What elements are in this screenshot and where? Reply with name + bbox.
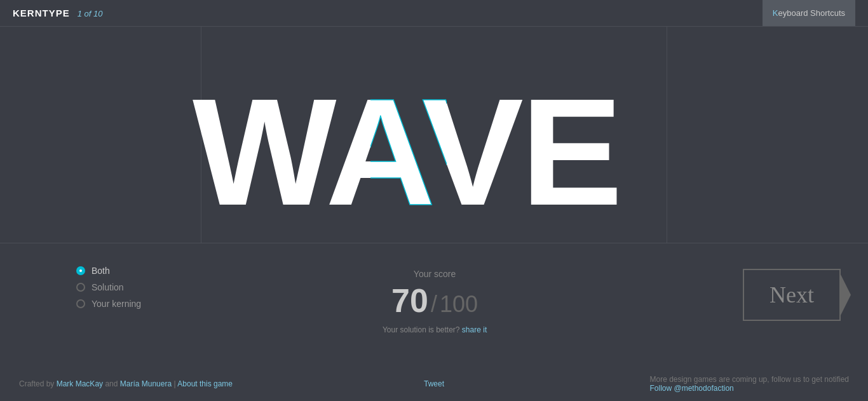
and-text: and bbox=[105, 379, 119, 388]
author2-link[interactable]: María Munuera bbox=[120, 379, 172, 388]
score-value: 70 bbox=[391, 284, 428, 317]
score-max: 100 bbox=[440, 291, 478, 318]
score-note: Your solution is better? share it bbox=[383, 325, 487, 334]
follow-link[interactable]: Follow @methodofaction bbox=[649, 384, 733, 393]
view-toggle: Both Solution Your kerning bbox=[13, 262, 141, 309]
next-button-label: Next bbox=[770, 282, 814, 308]
toggle-both[interactable]: Both bbox=[76, 266, 141, 276]
top-bar: KERNTYPE 1 of 10 Keyboard Shortcuts bbox=[0, 0, 868, 26]
about-link[interactable]: About this game bbox=[177, 379, 233, 388]
toggle-solution-label: Solution bbox=[92, 282, 124, 292]
score-divider-slash: / bbox=[431, 291, 437, 318]
controls-area: Both Solution Your kerning Your score 70… bbox=[0, 243, 868, 367]
footer-left: Crafted by Mark MacKay and María Munuera… bbox=[19, 379, 233, 388]
toggle-your-kerning-label: Your kerning bbox=[92, 299, 141, 309]
crafted-by-text: Crafted by bbox=[19, 379, 54, 388]
wave-display: WAVE WAVE bbox=[0, 27, 868, 243]
toggle-your-kerning[interactable]: Your kerning bbox=[76, 299, 141, 309]
radio-solution-circle bbox=[76, 283, 85, 292]
follow-text: More design games are coming up, follow … bbox=[649, 375, 849, 384]
keyboard-shortcuts-label: eyboard Shortcuts bbox=[778, 8, 845, 18]
toggle-solution[interactable]: Solution bbox=[76, 282, 141, 292]
footer-center: Tweet bbox=[424, 379, 444, 388]
next-button[interactable]: Next bbox=[743, 269, 841, 321]
progress-indicator: 1 of 10 bbox=[78, 9, 103, 18]
score-label: Your score bbox=[414, 269, 456, 279]
score-area: Your score 70 / 100 Your solution is bet… bbox=[141, 262, 728, 334]
share-link[interactable]: share it bbox=[462, 325, 487, 334]
author1-link[interactable]: Mark MacKay bbox=[57, 379, 103, 388]
toggle-both-label: Both bbox=[92, 266, 110, 276]
wave-svg: WAVE WAVE bbox=[186, 46, 682, 224]
footer-right: More design games are coming up, follow … bbox=[649, 375, 849, 393]
keyboard-shortcut-highlight: K bbox=[773, 8, 778, 18]
tweet-link[interactable]: Tweet bbox=[424, 379, 444, 388]
score-display: 70 / 100 bbox=[391, 284, 478, 318]
app-title: KERNTYPE bbox=[13, 8, 70, 18]
next-area: Next bbox=[728, 262, 855, 321]
keyboard-shortcuts-button[interactable]: Keyboard Shortcuts bbox=[763, 0, 855, 26]
radio-both-circle bbox=[76, 266, 85, 275]
main-display: WAVE WAVE bbox=[0, 27, 868, 243]
top-bar-left: KERNTYPE 1 of 10 bbox=[13, 8, 102, 18]
footer: Crafted by Mark MacKay and María Munuera… bbox=[0, 366, 868, 401]
radio-your-kerning-circle bbox=[76, 299, 85, 308]
